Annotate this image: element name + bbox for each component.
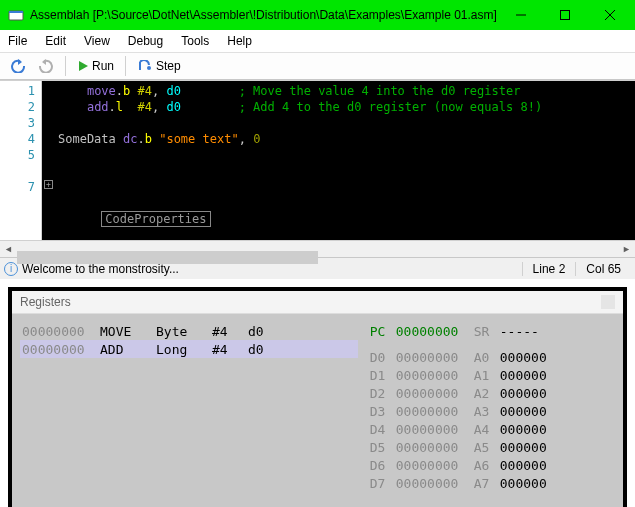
fold-expand-icon[interactable]: + (44, 180, 53, 189)
close-button[interactable] (587, 1, 633, 29)
status-line: Line 2 (522, 262, 576, 276)
maximize-button[interactable] (543, 1, 587, 29)
minimize-button[interactable] (499, 1, 543, 29)
play-icon (77, 60, 89, 72)
step-label: Step (156, 59, 181, 73)
scroll-left-button[interactable]: ◄ (0, 241, 17, 258)
toolbar-back-button[interactable] (6, 57, 30, 75)
step-icon (137, 60, 153, 72)
code-editor[interactable]: 1 2 3 4 5 7 move.b #4, d0 ; Move the val… (0, 80, 635, 240)
menu-edit[interactable]: Edit (45, 34, 66, 48)
editor-text-area[interactable]: move.b #4, d0 ; Move the value 4 into th… (42, 81, 635, 240)
svg-rect-3 (561, 11, 570, 20)
run-button[interactable]: Run (73, 57, 118, 75)
menu-file[interactable]: File (8, 34, 27, 48)
register-view: PC 00000000 SR ----- D000000000A0000000 … (366, 322, 615, 506)
pc-value: 00000000 (396, 324, 474, 339)
sr-label: SR (474, 324, 500, 339)
pc-label: PC (370, 324, 396, 339)
disassembly-list[interactable]: 00000000 MOVE Byte #4 d0 00000000 ADD Lo… (20, 322, 358, 506)
register-grid: D000000000A0000000 D100000000A1000000 D2… (370, 350, 611, 492)
toolbar-divider (125, 56, 126, 76)
registers-panel: Registers 00000000 MOVE Byte #4 d0 00000… (8, 287, 627, 507)
window-title: Assemblah [P:\Source\DotNet\Assembler\!D… (30, 8, 499, 22)
scroll-right-button[interactable]: ► (618, 241, 635, 258)
toolbar: Run Step (0, 52, 635, 80)
info-icon: i (4, 262, 18, 276)
folded-region-label[interactable]: CodeProperties (101, 211, 210, 227)
menu-debug[interactable]: Debug (128, 34, 163, 48)
menubar: File Edit View Debug Tools Help (0, 30, 635, 52)
app-icon (8, 7, 24, 23)
disassembly-row[interactable]: 00000000 MOVE Byte #4 d0 (20, 322, 358, 340)
code-fold-line[interactable]: + CodeProperties (58, 179, 627, 195)
titlebar: Assemblah [P:\Source\DotNet\Assembler\!D… (0, 0, 635, 30)
run-label: Run (92, 59, 114, 73)
editor-h-scrollbar[interactable]: ◄ ► (0, 240, 635, 257)
toolbar-divider (65, 56, 66, 76)
menu-tools[interactable]: Tools (181, 34, 209, 48)
panel-aux-button[interactable] (601, 295, 615, 309)
line-gutter: 1 2 3 4 5 7 (0, 81, 42, 240)
svg-rect-1 (9, 11, 23, 13)
step-button[interactable]: Step (133, 57, 185, 75)
menu-help[interactable]: Help (227, 34, 252, 48)
scroll-thumb[interactable] (17, 251, 318, 264)
status-col: Col 65 (575, 262, 631, 276)
toolbar-forward-button[interactable] (34, 57, 58, 75)
svg-point-6 (147, 66, 151, 70)
disassembly-row-selected[interactable]: 00000000 ADD Long #4 d0 (20, 340, 358, 358)
code-line: move.b #4, d0 ; Move the value 4 into th… (58, 83, 627, 99)
panel-titlebar: Registers (12, 291, 623, 314)
menu-view[interactable]: View (84, 34, 110, 48)
code-line: SomeData dc.b "some text", 0 (58, 131, 627, 147)
code-line: add.l #4, d0 ; Add 4 to the d0 register … (58, 99, 627, 115)
panel-title-text: Registers (20, 295, 71, 309)
sr-value: ----- (500, 324, 556, 339)
